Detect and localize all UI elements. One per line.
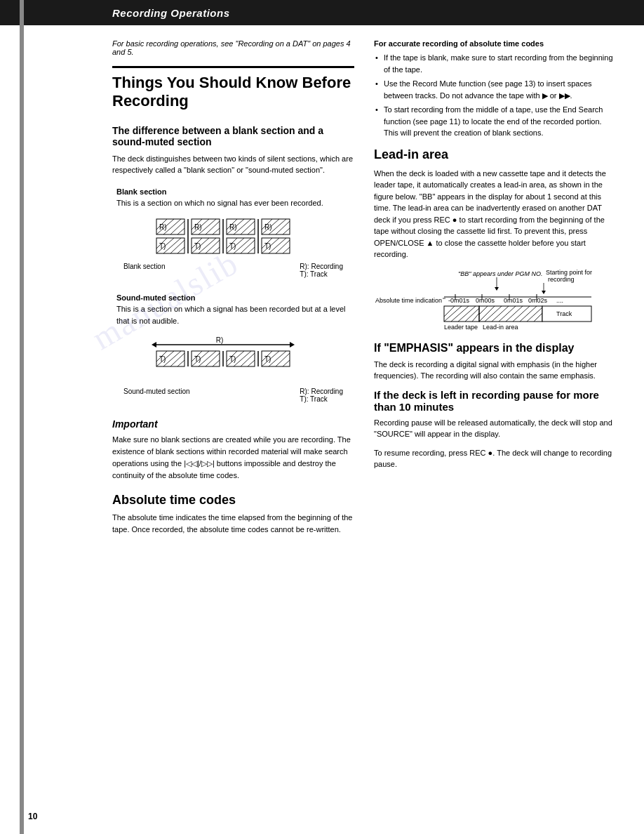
- difference-body: The deck distinguishes between two kinds…: [112, 153, 354, 176]
- svg-line-6: [177, 228, 185, 234]
- svg-line-82: [241, 353, 255, 366]
- svg-text:R): R): [194, 223, 202, 231]
- svg-text:"BB" appears under PGM NO.: "BB" appears under PGM NO.: [458, 270, 542, 277]
- important-text: Make sure no blank sections are created …: [112, 434, 354, 482]
- lead-in-body: When the deck is loaded with a new casse…: [374, 168, 616, 260]
- svg-line-75: [206, 353, 220, 366]
- blank-recording-label: R): Recording: [300, 263, 343, 270]
- sound-muted-label: Sound-muted section: [116, 293, 195, 302]
- svg-line-5: [170, 221, 185, 234]
- svg-text:Starting point for: Starting point for: [546, 269, 592, 276]
- svg-text:recording: recording: [548, 276, 575, 283]
- svg-line-20: [248, 228, 255, 234]
- svg-rect-119: [479, 306, 542, 322]
- svg-line-123: [492, 306, 509, 322]
- emphasis-section: If "EMPHASIS" appears in the display The…: [374, 342, 616, 382]
- svg-line-83: [248, 360, 255, 366]
- svg-line-55: [283, 247, 290, 253]
- sound-muted-svg: R) T) T) T): [149, 333, 318, 386]
- pause-section: If the deck is left in recording pause f…: [374, 389, 616, 470]
- svg-line-69: [177, 360, 185, 366]
- main-content: For basic recording operations, see "Rec…: [0, 25, 644, 556]
- blank-section-label: Blank section: [116, 187, 167, 196]
- svg-marker-96: [495, 287, 499, 291]
- blank-section-caption-left: Blank section: [123, 263, 165, 278]
- emphasis-body: The deck is recording a digital signal w…: [374, 359, 616, 382]
- important-section: Important Make sure no blank sections ar…: [112, 418, 354, 482]
- svg-line-40: [206, 240, 220, 253]
- svg-line-125: [506, 306, 523, 322]
- emphasis-heading: If "EMPHASIS" appears in the display: [374, 342, 616, 355]
- svg-text:0m01s: 0m01s: [504, 297, 523, 304]
- pause-body2: To resume recording, press REC ●. The de…: [374, 447, 616, 470]
- svg-line-76: [213, 360, 220, 366]
- sound-muted-diagram: Sound-muted section This is a section on…: [112, 289, 354, 407]
- absolute-time-section: Absolute time codes The absolute time in…: [112, 493, 354, 535]
- svg-line-122: [485, 306, 502, 322]
- blank-section-body: This is a section on which no signal has…: [116, 197, 350, 209]
- svg-line-48: [248, 247, 255, 253]
- page: Recording Operations manualslib For basi…: [0, 0, 644, 834]
- svg-line-113: [444, 306, 455, 317]
- lead-in-svg: "BB" appears under PGM NO. Starting poin…: [374, 267, 612, 331]
- svg-text:Track: Track: [556, 310, 572, 317]
- bullet-3: To start recording from the middle of a …: [374, 104, 616, 139]
- svg-text:R): R): [159, 223, 167, 231]
- lead-in-diagram: "BB" appears under PGM NO. Starting poin…: [374, 267, 616, 332]
- sound-muted-track-label: T): Track: [300, 395, 343, 403]
- section-divider-main: [112, 66, 354, 68]
- absolute-time-body: The absolute time indicates the time ela…: [112, 512, 354, 535]
- svg-line-128: [527, 307, 542, 322]
- svg-line-90: [283, 360, 290, 366]
- page-number: 10: [28, 812, 37, 821]
- absolute-time-heading: Absolute time codes: [112, 493, 354, 508]
- difference-heading: The difference between a blank section a…: [112, 125, 354, 147]
- left-margin-bar: [20, 0, 24, 834]
- svg-text:0m00s: 0m00s: [476, 297, 495, 304]
- sound-muted-caption-left: Sound-muted section: [123, 388, 190, 403]
- svg-text:Leader tape: Leader tape: [444, 324, 478, 331]
- svg-text:R): R): [229, 223, 237, 231]
- svg-line-27: [283, 228, 290, 234]
- svg-text:0m02s: 0m02s: [528, 297, 548, 304]
- right-column: For accurate recording of absolute time …: [374, 39, 616, 542]
- svg-line-68: [170, 353, 185, 366]
- blank-section-caption-right: R): Recording T): Track: [300, 263, 343, 278]
- svg-text:R): R): [215, 336, 223, 344]
- svg-line-118: [472, 313, 479, 322]
- svg-line-126: [513, 306, 530, 322]
- sound-muted-caption-right: R): Recording T): Track: [300, 388, 343, 403]
- sound-muted-body: This is a section on which a signal has …: [116, 303, 350, 326]
- svg-line-41: [213, 247, 220, 253]
- header-bar: Recording Operations: [0, 0, 644, 25]
- main-heading: Things You Should Know Before Recording: [112, 74, 354, 111]
- important-heading: Important: [112, 418, 354, 430]
- svg-text:R): R): [264, 223, 272, 231]
- svg-line-26: [276, 221, 290, 234]
- left-column: For basic recording operations, see "Rec…: [112, 39, 354, 542]
- blank-section-svg: R) R) R): [149, 216, 318, 261]
- svg-line-124: [499, 306, 516, 322]
- svg-line-12: [206, 221, 220, 234]
- svg-text:Absolute time indication: Absolute time indication: [375, 297, 442, 304]
- svg-text:-0m01s: -0m01s: [448, 297, 470, 304]
- svg-line-117: [465, 308, 479, 322]
- svg-line-34: [177, 247, 185, 253]
- svg-line-54: [276, 240, 290, 253]
- svg-line-47: [241, 240, 255, 253]
- pause-heading: If the deck is left in recording pause f…: [374, 389, 616, 413]
- blank-section-diagram: Blank section This is a section on which…: [112, 183, 354, 283]
- accurate-recording-heading: For accurate recording of absolute time …: [374, 39, 616, 48]
- header-title: Recording Operations: [112, 7, 230, 19]
- svg-line-115: [451, 306, 469, 322]
- svg-line-33: [170, 240, 185, 253]
- svg-marker-100: [542, 291, 546, 294]
- pause-body1: Recording pause will be released automat…: [374, 417, 616, 440]
- accurate-recording-list: If the tape is blank, make sure to start…: [374, 52, 616, 139]
- svg-line-121: [479, 306, 495, 322]
- svg-marker-61: [290, 342, 295, 348]
- svg-line-127: [520, 306, 537, 322]
- svg-line-120: [479, 306, 488, 315]
- bullet-2: Use the Record Mute function (see page 1…: [374, 78, 616, 101]
- svg-line-89: [276, 353, 290, 366]
